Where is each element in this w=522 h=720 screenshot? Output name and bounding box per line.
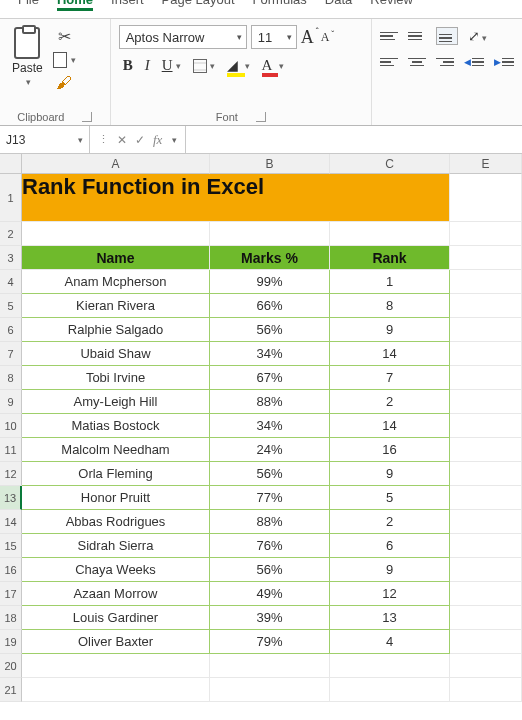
cell[interactable]: 7 xyxy=(330,366,450,390)
name-box[interactable]: J13 ▾ xyxy=(0,126,90,153)
cell[interactable]: 99% xyxy=(210,270,330,294)
cell[interactable] xyxy=(450,222,522,246)
row-header[interactable]: 1 xyxy=(0,174,22,222)
row-header[interactable]: 6 xyxy=(0,318,22,342)
cell[interactable] xyxy=(450,558,522,582)
row-header[interactable]: 16 xyxy=(0,558,22,582)
cell[interactable]: 34% xyxy=(210,342,330,366)
increase-font-button[interactable]: A xyxy=(301,27,314,48)
cell[interactable] xyxy=(210,654,330,678)
cell[interactable] xyxy=(450,294,522,318)
row-header[interactable]: 13 xyxy=(0,486,22,510)
row-header[interactable]: 8 xyxy=(0,366,22,390)
cell[interactable]: Name xyxy=(22,246,210,270)
cancel-formula-button[interactable]: ✕ xyxy=(117,133,127,147)
font-name-combo[interactable]: Aptos Narrow ▾ xyxy=(119,25,247,49)
cell[interactable]: Tobi Irvine xyxy=(22,366,210,390)
row-header[interactable]: 2 xyxy=(0,222,22,246)
row-header[interactable]: 11 xyxy=(0,438,22,462)
align-bottom-button[interactable] xyxy=(436,27,458,45)
cell[interactable] xyxy=(210,678,330,702)
chevron-down-icon[interactable]: ▾ xyxy=(283,32,292,42)
insert-function-button[interactable]: fx xyxy=(153,132,162,148)
align-top-button[interactable] xyxy=(380,29,398,43)
cell[interactable] xyxy=(330,222,450,246)
increase-indent-button[interactable]: ▶ xyxy=(494,57,514,67)
cell[interactable]: Abbas Rodrigues xyxy=(22,510,210,534)
chevron-down-icon[interactable]: ▾ xyxy=(233,32,242,42)
row-header[interactable]: 7 xyxy=(0,342,22,366)
row-header[interactable]: 10 xyxy=(0,414,22,438)
bold-button[interactable]: B xyxy=(123,57,133,74)
cell[interactable] xyxy=(450,606,522,630)
decrease-indent-button[interactable]: ◀ xyxy=(464,57,484,67)
dialog-launcher-font[interactable] xyxy=(256,112,266,122)
tab-review[interactable]: Review xyxy=(370,0,413,7)
cell[interactable]: Matias Bostock xyxy=(22,414,210,438)
cell[interactable]: Chaya Weeks xyxy=(22,558,210,582)
cell[interactable] xyxy=(450,534,522,558)
cell[interactable] xyxy=(450,366,522,390)
cell[interactable]: Kieran Rivera xyxy=(22,294,210,318)
cell[interactable]: 34% xyxy=(210,414,330,438)
cell[interactable] xyxy=(450,318,522,342)
tab-home[interactable]: Home xyxy=(57,0,93,7)
chevron-down-icon[interactable]: ▾ xyxy=(26,77,31,87)
cell[interactable]: 66% xyxy=(210,294,330,318)
cell[interactable]: 9 xyxy=(330,462,450,486)
row-header[interactable]: 14 xyxy=(0,510,22,534)
cell[interactable]: Anam Mcpherson xyxy=(22,270,210,294)
cell[interactable] xyxy=(450,246,522,270)
row-header[interactable]: 18 xyxy=(0,606,22,630)
cell[interactable]: 14 xyxy=(330,342,450,366)
cell[interactable]: 14 xyxy=(330,414,450,438)
cell[interactable]: Azaan Morrow xyxy=(22,582,210,606)
decrease-font-button[interactable]: A xyxy=(321,30,330,45)
align-right-button[interactable] xyxy=(436,55,454,69)
cell[interactable] xyxy=(22,678,210,702)
chevron-down-icon[interactable]: ▾ xyxy=(78,135,83,145)
row-header[interactable]: 21 xyxy=(0,678,22,702)
cell[interactable]: 2 xyxy=(330,510,450,534)
cell[interactable]: 56% xyxy=(210,318,330,342)
align-middle-button[interactable] xyxy=(408,29,426,43)
align-left-button[interactable] xyxy=(380,55,398,69)
tab-data[interactable]: Data xyxy=(325,0,352,7)
font-size-combo[interactable]: 11 ▾ xyxy=(251,25,297,49)
cell[interactable]: 77% xyxy=(210,486,330,510)
format-painter-button[interactable]: 🖌 xyxy=(56,74,72,92)
cell[interactable]: Rank xyxy=(330,246,450,270)
cell[interactable]: Oliver Baxter xyxy=(22,630,210,654)
cell[interactable]: 4 xyxy=(330,630,450,654)
cell[interactable]: 56% xyxy=(210,462,330,486)
row-header[interactable]: 3 xyxy=(0,246,22,270)
column-header-E[interactable]: E xyxy=(450,154,522,174)
row-header[interactable]: 5 xyxy=(0,294,22,318)
cell[interactable]: 79% xyxy=(210,630,330,654)
italic-button[interactable]: I xyxy=(145,57,150,74)
column-header-A[interactable]: A xyxy=(22,154,210,174)
cell[interactable]: Ubaid Shaw xyxy=(22,342,210,366)
cell[interactable]: 5 xyxy=(330,486,450,510)
cell[interactable] xyxy=(450,390,522,414)
title-cell[interactable]: Rank Function in Excel xyxy=(22,174,450,222)
cell[interactable]: 88% xyxy=(210,390,330,414)
cell[interactable]: Amy-Leigh Hill xyxy=(22,390,210,414)
orientation-button[interactable]: ⤢▾ xyxy=(468,28,487,44)
cell[interactable] xyxy=(450,342,522,366)
tab-file[interactable]: File xyxy=(18,0,39,7)
column-header-B[interactable]: B xyxy=(210,154,330,174)
row-header[interactable]: 17 xyxy=(0,582,22,606)
cell[interactable] xyxy=(22,222,210,246)
cell[interactable]: 12 xyxy=(330,582,450,606)
tab-insert[interactable]: Insert xyxy=(111,0,144,7)
cell[interactable] xyxy=(450,654,522,678)
select-all-corner[interactable] xyxy=(0,154,22,174)
borders-button[interactable]: ▾ xyxy=(193,59,215,73)
cell[interactable] xyxy=(450,678,522,702)
cell[interactable] xyxy=(450,462,522,486)
cell[interactable]: Honor Pruitt xyxy=(22,486,210,510)
cell[interactable]: 9 xyxy=(330,318,450,342)
tab-page-layout[interactable]: Page Layout xyxy=(162,0,235,7)
cell[interactable] xyxy=(450,630,522,654)
